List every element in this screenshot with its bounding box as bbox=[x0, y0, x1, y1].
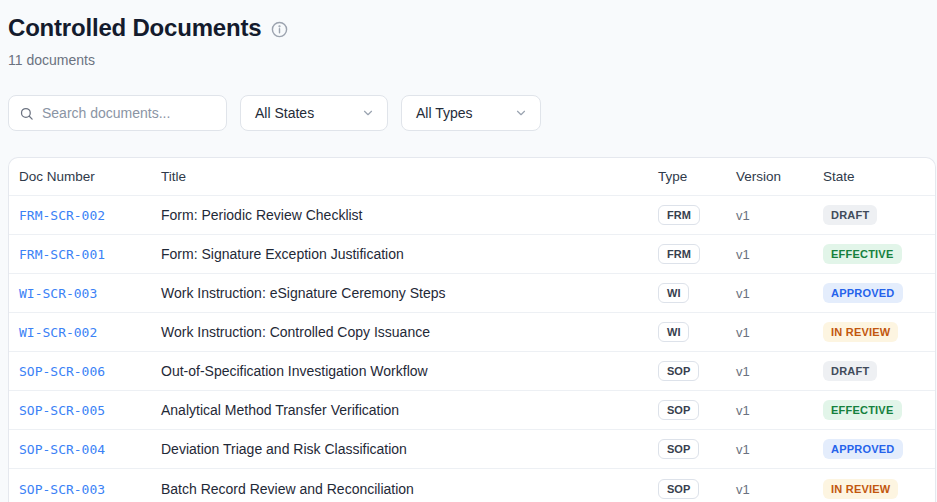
version-label: v1 bbox=[736, 364, 750, 379]
column-header-type: Type bbox=[658, 169, 736, 184]
version-label: v1 bbox=[736, 442, 750, 457]
table-row: WI-SCR-002 Work Instruction: Controlled … bbox=[9, 313, 935, 352]
controlled-documents-page: Controlled Documents 11 documents All St… bbox=[0, 0, 937, 502]
table-row: FRM-SCR-002 Form: Periodic Review Checkl… bbox=[9, 196, 935, 235]
type-badge: SOP bbox=[658, 479, 699, 499]
state-badge: EFFECTIVE bbox=[823, 244, 902, 264]
version-label: v1 bbox=[736, 208, 750, 223]
doc-number-link[interactable]: WI-SCR-003 bbox=[19, 286, 97, 301]
info-icon[interactable] bbox=[271, 21, 288, 38]
doc-number-link[interactable]: WI-SCR-002 bbox=[19, 325, 97, 340]
doc-number-link[interactable]: SOP-SCR-005 bbox=[19, 403, 105, 418]
doc-number-link[interactable]: SOP-SCR-003 bbox=[19, 482, 105, 497]
doc-title: Form: Signature Exception Justification bbox=[161, 246, 404, 262]
doc-title: Form: Periodic Review Checklist bbox=[161, 207, 363, 223]
table-body: FRM-SCR-002 Form: Periodic Review Checkl… bbox=[9, 196, 935, 502]
type-badge: FRM bbox=[658, 205, 700, 225]
type-badge: WI bbox=[658, 283, 689, 303]
state-badge: APPROVED bbox=[823, 283, 903, 303]
state-badge: IN REVIEW bbox=[823, 322, 898, 342]
table-row: FRM-SCR-001 Form: Signature Exception Ju… bbox=[9, 235, 935, 274]
version-label: v1 bbox=[736, 325, 750, 340]
type-badge: SOP bbox=[658, 400, 699, 420]
state-filter-value: All States bbox=[255, 105, 314, 121]
doc-number-link[interactable]: FRM-SCR-002 bbox=[19, 208, 105, 223]
page-header: Controlled Documents 11 documents bbox=[8, 13, 937, 69]
table-row: WI-SCR-003 Work Instruction: eSignature … bbox=[9, 274, 935, 313]
chevron-down-icon bbox=[361, 106, 375, 120]
state-badge: EFFECTIVE bbox=[823, 400, 902, 420]
version-label: v1 bbox=[736, 482, 750, 497]
table-row: SOP-SCR-006 Out-of-Specification Investi… bbox=[9, 352, 935, 391]
column-header-state: State bbox=[823, 169, 935, 184]
doc-title: Batch Record Review and Reconciliation bbox=[161, 481, 414, 497]
column-header-version: Version bbox=[736, 169, 823, 184]
state-badge: DRAFT bbox=[823, 205, 877, 225]
table-row: SOP-SCR-005 Analytical Method Transfer V… bbox=[9, 391, 935, 430]
doc-title: Work Instruction: Controlled Copy Issuan… bbox=[161, 324, 430, 340]
search-box[interactable] bbox=[8, 95, 227, 131]
documents-table: Doc Number Title Type Version State FRM-… bbox=[8, 157, 936, 502]
state-badge: IN REVIEW bbox=[823, 479, 898, 499]
doc-number-link[interactable]: SOP-SCR-006 bbox=[19, 364, 105, 379]
doc-number-link[interactable]: FRM-SCR-001 bbox=[19, 247, 105, 262]
type-badge: SOP bbox=[658, 439, 699, 459]
version-label: v1 bbox=[736, 286, 750, 301]
doc-title: Deviation Triage and Risk Classification bbox=[161, 441, 407, 457]
version-label: v1 bbox=[736, 403, 750, 418]
document-count: 11 documents bbox=[8, 51, 937, 69]
doc-title: Work Instruction: eSignature Ceremony St… bbox=[161, 285, 446, 301]
chevron-down-icon bbox=[514, 106, 528, 120]
doc-number-link[interactable]: SOP-SCR-004 bbox=[19, 442, 105, 457]
filter-toolbar: All States All Types bbox=[8, 95, 937, 131]
column-header-doc-number: Doc Number bbox=[19, 169, 161, 184]
type-filter-select[interactable]: All Types bbox=[401, 95, 541, 131]
page-title: Controlled Documents bbox=[8, 13, 261, 43]
version-label: v1 bbox=[736, 247, 750, 262]
state-filter-select[interactable]: All States bbox=[240, 95, 388, 131]
table-row: SOP-SCR-003 Batch Record Review and Reco… bbox=[9, 469, 935, 502]
type-badge: FRM bbox=[658, 244, 700, 264]
doc-title: Analytical Method Transfer Verification bbox=[161, 402, 399, 418]
search-input[interactable] bbox=[42, 105, 216, 121]
state-badge: DRAFT bbox=[823, 361, 877, 381]
type-filter-value: All Types bbox=[416, 105, 473, 121]
table-row: SOP-SCR-004 Deviation Triage and Risk Cl… bbox=[9, 430, 935, 469]
type-badge: SOP bbox=[658, 361, 699, 381]
state-badge: APPROVED bbox=[823, 439, 903, 459]
type-badge: WI bbox=[658, 322, 689, 342]
doc-title: Out-of-Specification Investigation Workf… bbox=[161, 363, 428, 379]
table-header-row: Doc Number Title Type Version State bbox=[9, 158, 935, 196]
search-icon bbox=[19, 106, 34, 121]
column-header-title: Title bbox=[161, 169, 658, 184]
